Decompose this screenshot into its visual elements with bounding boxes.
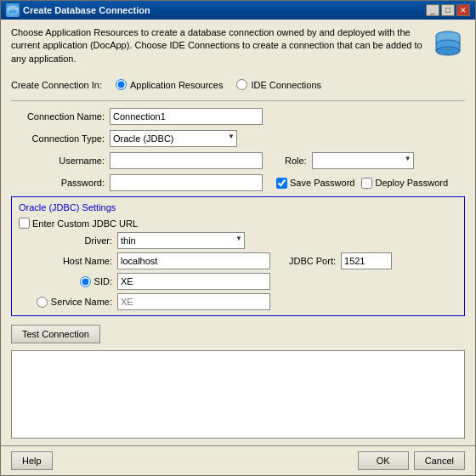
jdbc-port-label: JDBC Port:	[289, 256, 336, 266]
ok-button[interactable]: OK	[358, 451, 409, 470]
username-label: Username:	[11, 156, 105, 166]
window-controls: _ □ ✕	[426, 4, 470, 16]
window-icon	[6, 3, 20, 17]
close-button[interactable]: ✕	[456, 4, 470, 16]
sid-row: SID:	[19, 273, 457, 290]
app-resources-label: Application Resources	[130, 80, 223, 90]
role-wrapper	[312, 152, 414, 169]
save-password-label[interactable]: Save Password	[276, 178, 354, 189]
window-title: Create Database Connection	[23, 5, 422, 15]
custom-jdbc-row: Enter Custom JDBC URL	[19, 218, 457, 229]
sid-input[interactable]	[117, 273, 270, 290]
service-name-radio[interactable]	[37, 297, 48, 308]
sid-radio[interactable]	[80, 276, 91, 287]
role-select[interactable]	[312, 152, 414, 169]
custom-jdbc-label[interactable]: Enter Custom JDBC URL	[19, 218, 138, 229]
host-row: Host Name: JDBC Port:	[19, 252, 457, 269]
ide-connections-radio-group: IDE Connections	[236, 79, 321, 90]
driver-row: Driver: thin oci	[19, 232, 457, 249]
sid-label: SID:	[94, 276, 112, 286]
password-input[interactable]	[110, 174, 263, 191]
cancel-button[interactable]: Cancel	[414, 451, 465, 470]
jdbc-section: Oracle (JDBC) Settings Enter Custom JDBC…	[11, 196, 465, 316]
host-input[interactable]	[117, 252, 270, 269]
service-name-label: Service Name:	[51, 297, 112, 307]
password-row: Password: Save Password Deploy Password	[11, 174, 465, 191]
title-bar: Create Database Connection _ □ ✕	[1, 1, 475, 20]
svg-point-2	[8, 9, 18, 14]
connection-type-wrapper: Oracle (JDBC) MySQL PostgreSQL Derby	[110, 130, 237, 147]
app-resources-radio[interactable]	[116, 79, 127, 90]
dialog-footer: Help OK Cancel	[1, 445, 475, 475]
jdbc-section-title: Oracle (JDBC) Settings	[19, 202, 457, 212]
connection-type-label: Connection Type:	[11, 133, 105, 144]
connection-name-row: Connection Name:	[11, 108, 465, 125]
role-label: Role:	[285, 156, 307, 166]
password-options: Save Password Deploy Password	[276, 178, 448, 189]
bottom-area: Test Connection	[11, 321, 465, 439]
deploy-password-label[interactable]: Deploy Password	[361, 178, 448, 189]
connection-type-select[interactable]: Oracle (JDBC) MySQL PostgreSQL Derby	[110, 130, 237, 147]
dialog-window: Create Database Connection _ □ ✕ Choose …	[0, 0, 476, 476]
description-text: Choose Application Resources to create a…	[11, 26, 424, 65]
driver-select[interactable]: thin oci	[117, 232, 245, 249]
username-row: Username: Role:	[11, 152, 465, 169]
connection-name-label: Connection Name:	[11, 111, 105, 122]
sid-radio-group: SID:	[19, 276, 112, 287]
test-connection-button[interactable]: Test Connection	[11, 325, 100, 343]
help-button[interactable]: Help	[11, 451, 53, 470]
footer-right: OK Cancel	[358, 451, 465, 470]
ide-connections-label: IDE Connections	[251, 80, 321, 90]
password-label: Password:	[11, 178, 105, 188]
test-btn-row: Test Connection	[11, 321, 465, 347]
service-name-row: Service Name:	[19, 293, 457, 310]
service-name-radio-group: Service Name:	[19, 297, 112, 308]
description-area: Choose Application Resources to create a…	[11, 26, 465, 71]
svg-point-7	[436, 47, 460, 55]
save-password-checkbox[interactable]	[276, 178, 287, 189]
connection-type-row: Connection Type: Oracle (JDBC) MySQL Pos…	[11, 130, 465, 147]
app-resources-radio-group: Application Resources	[116, 79, 223, 90]
output-area	[11, 350, 465, 439]
username-input[interactable]	[110, 152, 263, 169]
custom-jdbc-checkbox[interactable]	[19, 218, 30, 229]
create-connection-label: Create Connection In:	[11, 80, 102, 90]
create-connection-in-row: Create Connection In: Application Resour…	[11, 76, 465, 94]
driver-wrapper: thin oci	[117, 232, 245, 249]
deploy-password-checkbox[interactable]	[361, 178, 372, 189]
jdbc-port-input[interactable]	[341, 252, 392, 269]
connection-name-input[interactable]	[110, 108, 263, 125]
minimize-button[interactable]: _	[426, 4, 439, 16]
dialog-body: Choose Application Resources to create a…	[1, 20, 475, 445]
divider-1	[11, 100, 465, 101]
service-name-input[interactable]	[117, 293, 270, 310]
maximize-button[interactable]: □	[441, 4, 455, 16]
host-label: Host Name:	[19, 256, 112, 266]
ide-connections-radio[interactable]	[236, 79, 247, 90]
database-icon	[431, 26, 465, 60]
driver-label: Driver:	[19, 235, 112, 246]
